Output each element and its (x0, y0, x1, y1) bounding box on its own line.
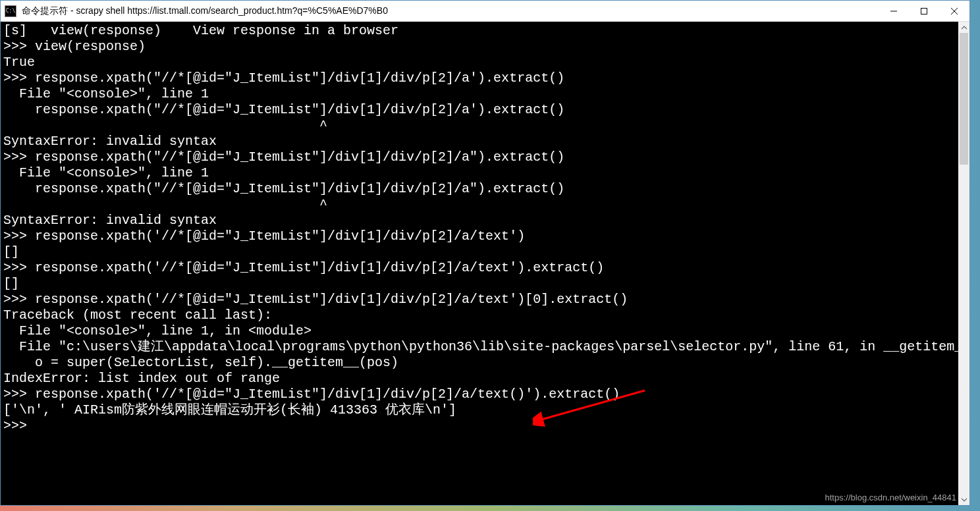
app-icon: C:\ (5, 5, 16, 17)
window-controls (879, 1, 969, 21)
close-icon (951, 8, 958, 14)
scrollbar[interactable] (958, 22, 969, 505)
scrollbar-down-button[interactable] (958, 494, 969, 505)
minimize-icon (890, 8, 897, 14)
maximize-icon (921, 8, 927, 14)
chevron-down-icon (962, 497, 967, 502)
titlebar[interactable]: C:\ 命令提示符 - scrapy shell https://list.tm… (1, 1, 969, 22)
terminal-output[interactable]: [s] view(response) View response in a br… (1, 22, 958, 505)
scrollbar-up-button[interactable] (958, 22, 969, 33)
terminal-container: [s] view(response) View response in a br… (1, 22, 969, 505)
minimize-button[interactable] (879, 1, 909, 21)
chevron-up-icon (962, 25, 967, 30)
command-prompt-window: C:\ 命令提示符 - scrapy shell https://list.tm… (0, 0, 970, 506)
scrollbar-thumb[interactable] (960, 33, 968, 165)
window-title: 命令提示符 - scrapy shell https://list.tmall.… (22, 5, 879, 17)
maximize-button[interactable] (909, 1, 939, 21)
svg-rect-1 (921, 8, 927, 14)
close-button[interactable] (939, 1, 969, 21)
